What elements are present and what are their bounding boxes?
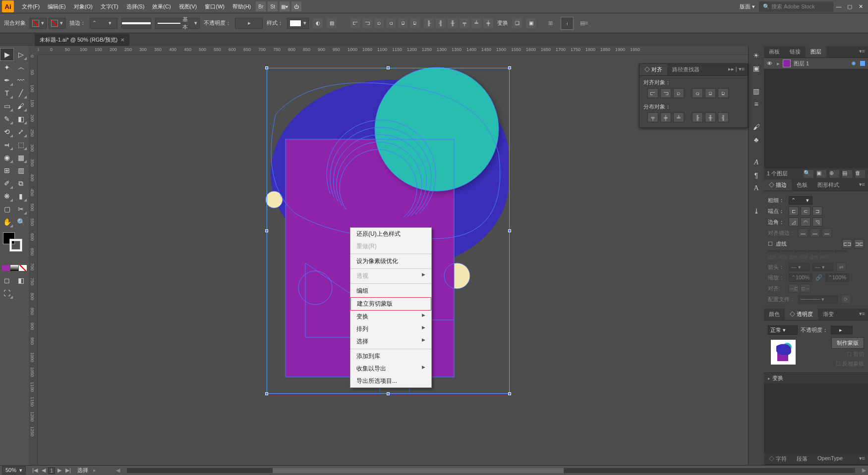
menu-help[interactable]: 帮助(H) [229,1,255,12]
dock-color-guide-icon[interactable]: ☀ [751,50,762,61]
dash-align1-btn[interactable]: ⊏⊐ [842,239,852,248]
rotate-tool[interactable]: ⟲ [0,125,14,138]
tab-transparency[interactable]: ◇ 透明度 [785,309,818,320]
align-top-icon[interactable]: ⫏ [386,18,396,28]
gpu-icon[interactable]: ⏻ [291,1,301,11]
layers-panel-menu-icon[interactable]: ▾≡ [856,46,868,57]
dock-symbols-icon[interactable]: ≡ [751,99,762,109]
expand-icon[interactable]: ▸ [777,60,780,67]
tab-swatches[interactable]: 色板 [792,179,812,191]
stroke-swatch[interactable] [10,239,22,251]
hscroll-right-icon[interactable]: ▶ [862,467,866,474]
color-mode-gradient[interactable] [10,265,18,271]
pen-tool[interactable]: ✒ [0,74,14,87]
cm-collect-export[interactable]: 收集以导出▶ [350,363,431,375]
cap-butt-btn[interactable]: ⊏ [789,207,799,215]
align-hcenter-icon[interactable]: ⫎ [362,18,372,28]
dock-swatches-icon[interactable]: ▥ [751,86,762,97]
new-sublayer-icon[interactable]: ⊕ [829,170,839,178]
cap-square-btn[interactable]: ⊐ [812,207,822,215]
align-left-icon[interactable]: ⫍ [350,18,360,28]
paintbrush-tool[interactable]: 🖌 [14,100,28,112]
dist-bottom-btn[interactable]: ╧ [673,112,684,122]
graph-tool[interactable]: ▮ [14,190,28,203]
tab-layers[interactable]: 图层 [806,46,826,57]
stock-search-input[interactable]: 🔍 搜索 Adobe Stock [759,1,833,12]
magic-wand-tool[interactable]: ✦ [0,61,14,74]
make-clip-icon[interactable]: ▣ [816,170,826,178]
eraser-tool[interactable]: ◧ [14,112,28,125]
zoom-tool[interactable]: 🔍 [14,215,28,228]
grid-view-icon[interactable]: ⊞ [544,17,557,30]
tab-graphic-styles[interactable]: 图形样式 [812,179,844,191]
char-panel-menu-icon[interactable]: ▾≡ [856,453,868,465]
cm-add-library[interactable]: 添加到库 [350,350,431,363]
align-bottom-btn[interactable]: ⫒ [718,88,729,98]
menu-edit[interactable]: 编辑(E) [44,1,70,12]
dock-brushes-icon[interactable]: ▣ [751,63,762,74]
dist-hcenter-btn[interactable]: ╫ [705,112,716,122]
direct-selection-tool[interactable]: ▷ [14,48,28,61]
color-mode-solid[interactable] [2,265,10,271]
cm-export-selection[interactable]: 导出所选项目... [350,375,431,387]
align-top-btn[interactable]: ⫏ [692,88,703,98]
stock-icon[interactable]: St [268,1,278,11]
draw-behind-icon[interactable]: ◧ [14,274,28,287]
opacity-input2[interactable]: ▸ [831,326,853,334]
isolate-icon[interactable]: ▣ [526,18,536,28]
dock-para-icon[interactable]: ¶ [751,170,762,181]
document-tab[interactable]: 未标题-1.ai* @ 50% (RGB/预览) ✕ [35,34,129,46]
opacity-input[interactable]: ▸ [235,18,263,29]
tab-links[interactable]: 链接 [785,46,806,57]
dist-vcenter-btn[interactable]: ╪ [660,112,671,122]
status-menu-icon[interactable]: ▸ [93,467,96,474]
align-hcenter-btn[interactable]: ⫎ [660,88,671,98]
tab-paragraph[interactable]: 段落 [792,453,812,465]
first-artboard-icon[interactable]: |◀ [31,467,39,474]
stroke-weight-input2[interactable]: ⌃ ▾ [789,196,812,205]
shape-mode-icon[interactable]: ❏ [512,18,522,28]
locate-object-icon[interactable]: 🔍 [804,170,813,178]
align-right-icon[interactable]: ⫐ [374,18,384,28]
align-panel-icon[interactable]: ▤ [327,18,337,28]
list-view-icon[interactable]: ⫞ [561,17,574,30]
cap-round-btn[interactable]: ⊂ [801,207,810,215]
free-transform-tool[interactable]: ⬚ [14,138,28,151]
width-tool[interactable]: ⫤ [0,138,14,151]
eyedropper-tool[interactable]: ✐ [0,177,14,190]
delete-layer-icon[interactable]: 🗑 [855,170,865,178]
dashed-checkbox[interactable]: ☐ [768,241,773,247]
visibility-icon[interactable]: 👁 [767,60,774,66]
stroke-panel-menu-icon[interactable]: ▾≡ [856,179,868,191]
cm-pixel-perfect[interactable]: 设为像素级优化 [350,255,431,267]
transform-panel-collapsed[interactable]: ▸ 变换 [764,372,868,383]
layer-target-icon[interactable] [852,61,856,65]
fill-dropdown[interactable]: ▾ [30,18,47,29]
color-mode-none[interactable] [19,265,27,271]
type-tool[interactable]: T [0,87,14,100]
layer-row[interactable]: 👁 ▸ 图层 1 [764,58,868,69]
hscroll-left-icon[interactable]: ◀ [116,467,120,474]
artboard-tool[interactable]: ▢ [0,203,14,215]
transparency-panel-menu-icon[interactable]: ▾≡ [856,309,868,320]
dist-h1-icon[interactable]: ╟ [424,18,434,28]
prev-artboard-icon[interactable]: ◀ [40,467,47,474]
new-layer-icon[interactable]: ▤ [842,170,852,178]
align-panel-collapse-icon[interactable]: ▸▸ | ▾≡ [725,64,748,75]
menu-object[interactable]: 对象(O) [70,1,97,12]
align-bottom-icon[interactable]: ⫒ [410,18,420,28]
fill-stroke-swatches[interactable] [0,232,29,250]
draw-normal-icon[interactable]: ◻ [0,274,14,287]
make-mask-button[interactable]: 制作蒙版 [831,337,864,349]
stroke-profile[interactable] [121,18,151,29]
tab-align[interactable]: ◇ 对齐 [639,64,667,75]
horizontal-scrollbar[interactable] [127,468,855,473]
transform-link[interactable]: 变换 [497,19,508,27]
dist-top-btn[interactable]: ╤ [647,112,658,122]
dist-right-btn[interactable]: ╢ [718,112,729,122]
maximize-button[interactable]: ▢ [844,1,855,12]
graphic-style-dropdown[interactable]: ▾ [287,18,309,29]
dist-v3-icon[interactable]: ╪ [483,18,493,28]
corner-bevel-btn[interactable]: ◹ [812,217,822,226]
zoom-combo[interactable]: 50% ▾ [2,466,26,475]
